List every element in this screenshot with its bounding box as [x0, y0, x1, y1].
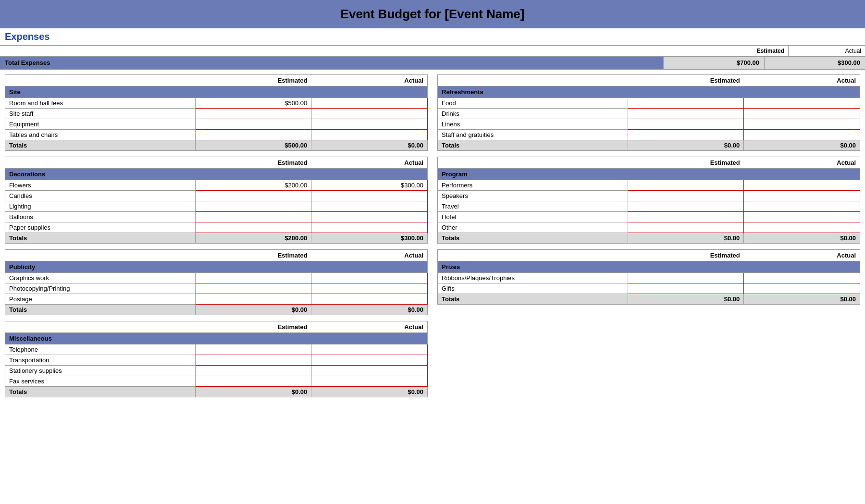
site-row3-actual[interactable] — [311, 119, 428, 130]
dec-totals-actual: $300.00 — [311, 233, 428, 244]
prog-col-actual: Actual — [744, 157, 860, 169]
dec-row1-estimated[interactable]: $200.00 — [195, 180, 311, 191]
table-row: Linens — [438, 119, 860, 130]
site-row4-estimated[interactable] — [195, 130, 311, 140]
prog-row4-estimated[interactable] — [628, 212, 744, 222]
table-row: Fax services — [5, 376, 428, 387]
pri-row2-estimated[interactable] — [628, 283, 744, 294]
dec-row3-actual[interactable] — [311, 201, 428, 212]
table-row: Room and hall fees $500.00 — [5, 98, 428, 109]
pri-col-label — [438, 250, 628, 261]
prog-row5-estimated[interactable] — [628, 222, 744, 233]
prog-row1-estimated[interactable] — [628, 180, 744, 191]
prog-row2-estimated[interactable] — [628, 191, 744, 201]
site-row2-actual[interactable] — [311, 109, 428, 119]
prog-totals-label: Totals — [438, 233, 628, 244]
pri-row1-estimated[interactable] — [628, 273, 744, 283]
pub-row1-estimated[interactable] — [195, 273, 311, 283]
site-totals-estimated: $500.00 — [195, 140, 311, 151]
misc-row3-actual[interactable] — [311, 366, 428, 376]
pri-totals-label: Totals — [438, 294, 628, 305]
site-row2-estimated[interactable] — [195, 109, 311, 119]
dec-row3-estimated[interactable] — [195, 201, 311, 212]
pub-totals-estimated: $0.00 — [195, 305, 311, 315]
miscellaneous-table: Estimated Actual Miscellaneous Telephone… — [5, 321, 428, 397]
dec-row4-actual[interactable] — [311, 212, 428, 222]
publicity-totals-row: Totals $0.00 $0.00 — [5, 305, 428, 315]
ref-header-label: Refreshments — [438, 86, 860, 98]
misc-row4-actual[interactable] — [311, 376, 428, 387]
pub-col-estimated: Estimated — [195, 250, 311, 261]
dec-totals-estimated: $200.00 — [195, 233, 311, 244]
dec-row2-estimated[interactable] — [195, 191, 311, 201]
dec-row1-actual[interactable]: $300.00 — [311, 180, 428, 191]
table-row: Stationery supplies — [5, 366, 428, 376]
prog-row2-actual[interactable] — [744, 191, 860, 201]
prog-row3-estimated[interactable] — [628, 201, 744, 212]
prog-row5-actual[interactable] — [744, 222, 860, 233]
ref-row3-actual[interactable] — [744, 119, 860, 130]
misc-row3-estimated[interactable] — [195, 366, 311, 376]
misc-row1-actual[interactable] — [311, 344, 428, 355]
prog-row5-label: Other — [438, 222, 628, 233]
prog-row1-actual[interactable] — [744, 180, 860, 191]
dec-row5-actual[interactable] — [311, 222, 428, 233]
prog-totals-estimated: $0.00 — [628, 233, 744, 244]
prog-row1-label: Performers — [438, 180, 628, 191]
dec-row2-actual[interactable] — [311, 191, 428, 201]
ref-row1-estimated[interactable] — [628, 98, 744, 109]
pub-row3-estimated[interactable] — [195, 294, 311, 305]
site-row1-actual[interactable] — [311, 98, 428, 109]
prog-row4-actual[interactable] — [744, 212, 860, 222]
site-row4-actual[interactable] — [311, 130, 428, 140]
ref-row4-label: Staff and gratuities — [438, 130, 628, 140]
ref-row4-actual[interactable] — [744, 130, 860, 140]
ref-totals-label: Totals — [438, 140, 628, 151]
misc-totals-label: Totals — [5, 387, 196, 397]
dec-row4-estimated[interactable] — [195, 212, 311, 222]
misc-row2-actual[interactable] — [311, 355, 428, 366]
ref-row1-actual[interactable] — [744, 98, 860, 109]
table-row: Graphics work — [5, 273, 428, 283]
table-row: Telephone — [5, 344, 428, 355]
table-row: Postage — [5, 294, 428, 305]
table-row: Food — [438, 98, 860, 109]
pri-row2-actual[interactable] — [744, 283, 860, 294]
pub-row3-actual[interactable] — [311, 294, 428, 305]
decorations-totals-row: Totals $200.00 $300.00 — [5, 233, 428, 244]
pub-col-label — [5, 250, 196, 261]
right-column: Estimated Actual Refreshments Food Drink… — [432, 74, 865, 397]
dec-row5-estimated[interactable] — [195, 222, 311, 233]
pub-row2-actual[interactable] — [311, 283, 428, 294]
misc-row3-label: Stationery supplies — [5, 366, 196, 376]
table-row: Drinks — [438, 109, 860, 119]
program-table: Estimated Actual Program Performers Spea… — [437, 157, 860, 244]
ref-row2-estimated[interactable] — [628, 109, 744, 119]
table-row: Paper supplies — [5, 222, 428, 233]
misc-row2-estimated[interactable] — [195, 355, 311, 366]
ref-row2-actual[interactable] — [744, 109, 860, 119]
misc-row4-estimated[interactable] — [195, 376, 311, 387]
pri-row1-actual[interactable] — [744, 273, 860, 283]
site-row3-label: Equipment — [5, 119, 196, 130]
pub-row2-estimated[interactable] — [195, 283, 311, 294]
site-row3-estimated[interactable] — [195, 119, 311, 130]
left-column: Estimated Actual Site Room and hall fees… — [0, 74, 432, 397]
ref-row3-estimated[interactable] — [628, 119, 744, 130]
page-title: Event Budget for [Event Name] — [0, 7, 865, 22]
decorations-section-header: Decorations — [5, 169, 428, 180]
total-expenses-label: Total Expenses — [0, 57, 663, 69]
prog-row3-actual[interactable] — [744, 201, 860, 212]
dec-row4-label: Balloons — [5, 212, 196, 222]
misc-row1-estimated[interactable] — [195, 344, 311, 355]
misc-row1-label: Telephone — [5, 344, 196, 355]
ref-totals-estimated: $0.00 — [628, 140, 744, 151]
site-section-header: Site — [5, 86, 428, 98]
pub-row1-actual[interactable] — [311, 273, 428, 283]
misc-totals-estimated: $0.00 — [195, 387, 311, 397]
miscellaneous-section-header: Miscellaneous — [5, 333, 428, 344]
ref-row4-estimated[interactable] — [628, 130, 744, 140]
site-col-label — [5, 75, 196, 86]
site-row1-estimated[interactable]: $500.00 — [195, 98, 311, 109]
table-row: Flowers $200.00 $300.00 — [5, 180, 428, 191]
